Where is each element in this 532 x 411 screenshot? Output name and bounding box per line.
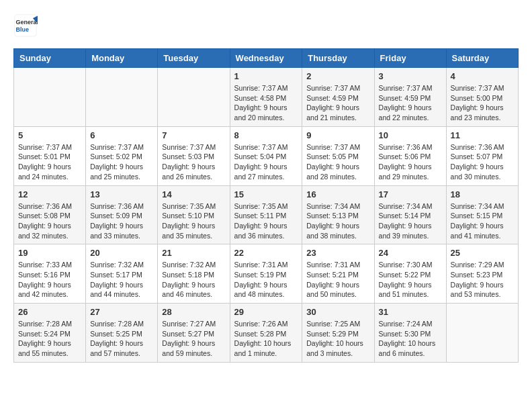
- calendar-cell: 21Sunrise: 7:32 AM Sunset: 5:18 PM Dayli…: [158, 244, 230, 304]
- day-info: Sunrise: 7:24 AM Sunset: 5:30 PM Dayligh…: [379, 319, 442, 359]
- day-info: Sunrise: 7:35 AM Sunset: 5:10 PM Dayligh…: [162, 201, 225, 241]
- day-number: 31: [379, 307, 442, 317]
- calendar-cell: 22Sunrise: 7:31 AM Sunset: 5:19 PM Dayli…: [230, 244, 302, 304]
- day-number: 22: [234, 248, 298, 258]
- day-info: Sunrise: 7:37 AM Sunset: 5:02 PM Dayligh…: [90, 142, 153, 182]
- calendar-cell: 24Sunrise: 7:30 AM Sunset: 5:22 PM Dayli…: [374, 244, 446, 304]
- calendar-cell: 1Sunrise: 7:37 AM Sunset: 4:58 PM Daylig…: [230, 68, 302, 127]
- page-header: General Blue: [13, 13, 519, 38]
- day-number: 7: [162, 130, 225, 140]
- calendar-cell: 7Sunrise: 7:37 AM Sunset: 5:03 PM Daylig…: [158, 126, 230, 185]
- weekday-header-sunday: Sunday: [14, 49, 86, 68]
- calendar-cell: 4Sunrise: 7:37 AM Sunset: 5:00 PM Daylig…: [446, 68, 518, 127]
- calendar-cell: 8Sunrise: 7:37 AM Sunset: 5:04 PM Daylig…: [230, 126, 302, 185]
- day-info: Sunrise: 7:30 AM Sunset: 5:22 PM Dayligh…: [379, 260, 442, 300]
- calendar-table: SundayMondayTuesdayWednesdayThursdayFrid…: [13, 48, 519, 363]
- day-info: Sunrise: 7:34 AM Sunset: 5:14 PM Dayligh…: [379, 201, 442, 241]
- day-info: Sunrise: 7:35 AM Sunset: 5:11 PM Dayligh…: [234, 201, 298, 241]
- calendar-cell: [86, 68, 158, 127]
- day-info: Sunrise: 7:32 AM Sunset: 5:18 PM Dayligh…: [162, 260, 225, 300]
- day-number: 29: [234, 307, 298, 317]
- calendar-cell: [446, 304, 518, 363]
- day-info: Sunrise: 7:37 AM Sunset: 5:04 PM Dayligh…: [234, 142, 298, 182]
- calendar-cell: 6Sunrise: 7:37 AM Sunset: 5:02 PM Daylig…: [86, 126, 158, 185]
- weekday-header-saturday: Saturday: [446, 49, 518, 68]
- day-info: Sunrise: 7:36 AM Sunset: 5:08 PM Dayligh…: [18, 201, 81, 241]
- calendar-week-row: 1Sunrise: 7:37 AM Sunset: 4:58 PM Daylig…: [14, 68, 519, 127]
- day-info: Sunrise: 7:25 AM Sunset: 5:29 PM Dayligh…: [306, 319, 369, 359]
- calendar-cell: 23Sunrise: 7:31 AM Sunset: 5:21 PM Dayli…: [302, 244, 374, 304]
- day-info: Sunrise: 7:37 AM Sunset: 4:59 PM Dayligh…: [379, 83, 442, 123]
- logo-icon: General Blue: [13, 13, 38, 38]
- calendar-cell: 18Sunrise: 7:34 AM Sunset: 5:15 PM Dayli…: [446, 185, 518, 244]
- calendar-cell: 13Sunrise: 7:36 AM Sunset: 5:09 PM Dayli…: [86, 185, 158, 244]
- day-info: Sunrise: 7:34 AM Sunset: 5:13 PM Dayligh…: [306, 201, 369, 241]
- day-number: 2: [306, 71, 369, 81]
- svg-text:Blue: Blue: [16, 26, 30, 33]
- day-number: 23: [306, 248, 369, 258]
- calendar-cell: 14Sunrise: 7:35 AM Sunset: 5:10 PM Dayli…: [158, 185, 230, 244]
- day-number: 14: [162, 189, 225, 199]
- day-info: Sunrise: 7:32 AM Sunset: 5:17 PM Dayligh…: [90, 260, 153, 300]
- day-number: 3: [379, 71, 442, 81]
- day-info: Sunrise: 7:37 AM Sunset: 5:00 PM Dayligh…: [451, 83, 514, 123]
- calendar-cell: 12Sunrise: 7:36 AM Sunset: 5:08 PM Dayli…: [14, 185, 86, 244]
- calendar-cell: 31Sunrise: 7:24 AM Sunset: 5:30 PM Dayli…: [374, 304, 446, 363]
- day-number: 12: [18, 189, 81, 199]
- day-info: Sunrise: 7:37 AM Sunset: 4:59 PM Dayligh…: [306, 83, 369, 123]
- day-number: 5: [18, 130, 81, 140]
- weekday-header-friday: Friday: [374, 49, 446, 68]
- day-info: Sunrise: 7:37 AM Sunset: 5:05 PM Dayligh…: [306, 142, 369, 182]
- day-info: Sunrise: 7:27 AM Sunset: 5:27 PM Dayligh…: [162, 319, 225, 359]
- day-info: Sunrise: 7:26 AM Sunset: 5:28 PM Dayligh…: [234, 319, 298, 359]
- day-number: 13: [90, 189, 153, 199]
- day-number: 21: [162, 248, 225, 258]
- day-number: 11: [451, 130, 514, 140]
- calendar-cell: 16Sunrise: 7:34 AM Sunset: 5:13 PM Dayli…: [302, 185, 374, 244]
- day-number: 6: [90, 130, 153, 140]
- calendar-week-row: 19Sunrise: 7:33 AM Sunset: 5:16 PM Dayli…: [14, 244, 519, 304]
- calendar-cell: 29Sunrise: 7:26 AM Sunset: 5:28 PM Dayli…: [230, 304, 302, 363]
- calendar-cell: 26Sunrise: 7:28 AM Sunset: 5:24 PM Dayli…: [14, 304, 86, 363]
- day-number: 24: [379, 248, 442, 258]
- calendar-cell: 15Sunrise: 7:35 AM Sunset: 5:11 PM Dayli…: [230, 185, 302, 244]
- weekday-header-thursday: Thursday: [302, 49, 374, 68]
- calendar-cell: 30Sunrise: 7:25 AM Sunset: 5:29 PM Dayli…: [302, 304, 374, 363]
- calendar-cell: 10Sunrise: 7:36 AM Sunset: 5:06 PM Dayli…: [374, 126, 446, 185]
- calendar-week-row: 5Sunrise: 7:37 AM Sunset: 5:01 PM Daylig…: [14, 126, 519, 185]
- day-number: 30: [306, 307, 369, 317]
- calendar-cell: 27Sunrise: 7:28 AM Sunset: 5:25 PM Dayli…: [86, 304, 158, 363]
- day-number: 1: [234, 71, 298, 81]
- calendar-cell: 11Sunrise: 7:36 AM Sunset: 5:07 PM Dayli…: [446, 126, 518, 185]
- day-number: 16: [306, 189, 369, 199]
- day-info: Sunrise: 7:37 AM Sunset: 5:01 PM Dayligh…: [18, 142, 81, 182]
- calendar-cell: 9Sunrise: 7:37 AM Sunset: 5:05 PM Daylig…: [302, 126, 374, 185]
- day-info: Sunrise: 7:37 AM Sunset: 4:58 PM Dayligh…: [234, 83, 298, 123]
- calendar-cell: 3Sunrise: 7:37 AM Sunset: 4:59 PM Daylig…: [374, 68, 446, 127]
- calendar-cell: 17Sunrise: 7:34 AM Sunset: 5:14 PM Dayli…: [374, 185, 446, 244]
- calendar-cell: [158, 68, 230, 127]
- calendar-cell: 28Sunrise: 7:27 AM Sunset: 5:27 PM Dayli…: [158, 304, 230, 363]
- day-info: Sunrise: 7:33 AM Sunset: 5:16 PM Dayligh…: [18, 260, 81, 300]
- day-info: Sunrise: 7:29 AM Sunset: 5:23 PM Dayligh…: [451, 260, 514, 300]
- weekday-header-tuesday: Tuesday: [158, 49, 230, 68]
- calendar-cell: 20Sunrise: 7:32 AM Sunset: 5:17 PM Dayli…: [86, 244, 158, 304]
- calendar-cell: 5Sunrise: 7:37 AM Sunset: 5:01 PM Daylig…: [14, 126, 86, 185]
- day-info: Sunrise: 7:37 AM Sunset: 5:03 PM Dayligh…: [162, 142, 225, 182]
- day-number: 25: [451, 248, 514, 258]
- calendar-cell: 25Sunrise: 7:29 AM Sunset: 5:23 PM Dayli…: [446, 244, 518, 304]
- day-number: 4: [451, 71, 514, 81]
- calendar-cell: [14, 68, 86, 127]
- day-number: 28: [162, 307, 225, 317]
- day-number: 15: [234, 189, 298, 199]
- calendar-week-row: 12Sunrise: 7:36 AM Sunset: 5:08 PM Dayli…: [14, 185, 519, 244]
- day-number: 9: [306, 130, 369, 140]
- day-info: Sunrise: 7:34 AM Sunset: 5:15 PM Dayligh…: [451, 201, 514, 241]
- day-number: 18: [451, 189, 514, 199]
- calendar-header-row: SundayMondayTuesdayWednesdayThursdayFrid…: [14, 49, 519, 68]
- day-number: 19: [18, 248, 81, 258]
- calendar-cell: 19Sunrise: 7:33 AM Sunset: 5:16 PM Dayli…: [14, 244, 86, 304]
- day-info: Sunrise: 7:36 AM Sunset: 5:07 PM Dayligh…: [451, 142, 514, 182]
- calendar-week-row: 26Sunrise: 7:28 AM Sunset: 5:24 PM Dayli…: [14, 304, 519, 363]
- weekday-header-monday: Monday: [86, 49, 158, 68]
